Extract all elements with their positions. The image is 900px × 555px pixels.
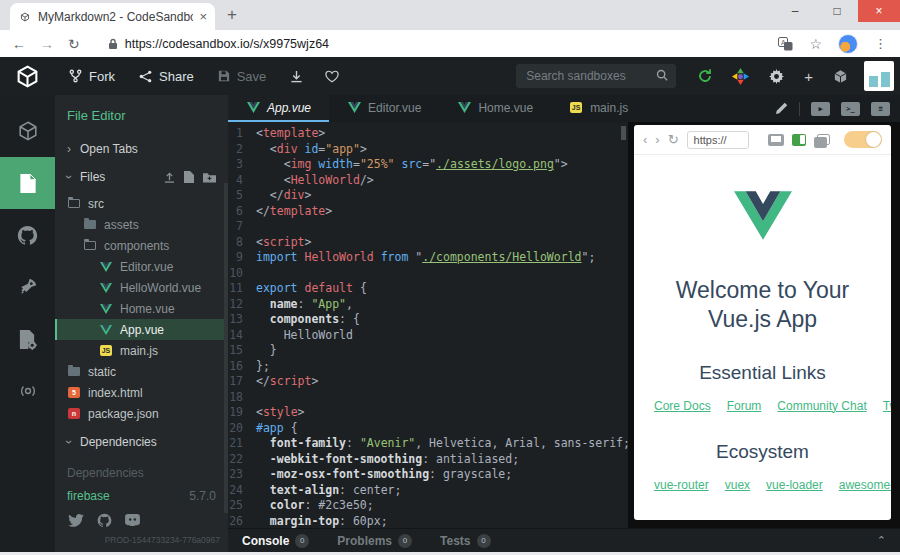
tree-item-components[interactable]: components xyxy=(55,235,228,256)
layers-icon[interactable] xyxy=(817,134,830,145)
editor-tab-Editor.vue[interactable]: Editor.vue xyxy=(329,95,439,122)
header-icons: + xyxy=(698,68,848,85)
twitter-icon[interactable] xyxy=(68,514,84,527)
bookmark-star-icon[interactable]: ☆ xyxy=(809,37,822,51)
preview-link-Twitter[interactable]: Twitter xyxy=(883,399,891,413)
github-link-icon[interactable] xyxy=(97,513,112,528)
browser-profile-avatar[interactable] xyxy=(838,34,858,54)
forward-icon[interactable]: → xyxy=(40,37,54,51)
address-field[interactable]: https://codesandbox.io/s/x9975wjz64 xyxy=(108,37,765,51)
refresh-sandbox-icon[interactable] xyxy=(698,69,712,83)
preview-link-vuex[interactable]: vuex xyxy=(725,478,750,492)
line-number: 4 xyxy=(228,173,256,189)
tab-close-icon[interactable]: × xyxy=(199,9,207,24)
tree-item-assets[interactable]: assets xyxy=(55,214,228,235)
line-number: 12 xyxy=(228,297,256,313)
files-section[interactable]: › Files xyxy=(55,163,228,191)
line-number: 3 xyxy=(228,157,256,173)
dependency-firebase[interactable]: firebase5.7.0 xyxy=(55,484,228,508)
tree-item-index.html[interactable]: 5index.html xyxy=(55,382,228,403)
discord-icon[interactable] xyxy=(125,514,140,527)
preview-forward-icon[interactable]: › xyxy=(655,132,659,147)
rail-project-info[interactable] xyxy=(0,105,55,157)
editor-scrollbar[interactable] xyxy=(621,126,626,140)
console-tab-Tests[interactable]: Tests0 xyxy=(440,534,490,548)
preview-link-vue-loader[interactable]: vue-loader xyxy=(766,478,823,492)
tree-item-src[interactable]: src xyxy=(55,193,228,214)
live-preview-toggle[interactable] xyxy=(844,131,882,148)
console-tab-Console[interactable]: Console0 xyxy=(242,534,309,548)
preview-url-field[interactable]: https:// xyxy=(687,131,749,149)
console-tab-Problems[interactable]: Problems0 xyxy=(337,534,412,548)
refresh-icon[interactable]: ↻ xyxy=(68,37,80,51)
sandbox-cube-icon[interactable] xyxy=(833,69,848,84)
rail-deployment[interactable] xyxy=(0,261,55,313)
new-tab-button[interactable]: + xyxy=(227,5,237,30)
upload-icon[interactable] xyxy=(164,172,175,183)
user-avatar[interactable] xyxy=(864,61,894,91)
preview-link-Community Chat[interactable]: Community Chat xyxy=(777,399,866,413)
open-tabs-section[interactable]: › Open Tabs xyxy=(55,135,228,163)
preview-refresh-icon[interactable]: ↻ xyxy=(668,132,679,147)
code-editor[interactable]: 1<template>2 <div id="app">3 <img width=… xyxy=(228,122,628,528)
vue-file-icon xyxy=(347,102,361,114)
chevron-right-icon: › xyxy=(67,143,71,155)
patron-badge-icon[interactable] xyxy=(732,68,749,85)
tree-item-main.js[interactable]: JSmain.js xyxy=(55,340,228,361)
preview-link-Core Docs[interactable]: Core Docs xyxy=(654,399,711,413)
codesandbox-logo[interactable] xyxy=(0,64,55,89)
tree-item-label: Home.vue xyxy=(120,302,175,316)
rail-github[interactable] xyxy=(0,209,55,261)
preview-link-vue-router[interactable]: vue-router xyxy=(654,478,709,492)
search-input[interactable] xyxy=(516,64,676,88)
save-button[interactable]: Save xyxy=(218,69,267,84)
prettify-pen-icon[interactable] xyxy=(775,102,788,115)
json-file-icon: n xyxy=(68,408,80,419)
tree-item-package.json[interactable]: npackage.json xyxy=(55,403,228,424)
settings-gear-icon[interactable] xyxy=(769,69,784,84)
browser-menu-icon[interactable]: ⋮ xyxy=(874,36,888,51)
browser-mode-icon[interactable] xyxy=(768,134,784,146)
console-view-icon[interactable]: >_ xyxy=(841,102,860,116)
translate-icon[interactable]: A xyxy=(778,37,793,51)
new-sandbox-icon[interactable]: + xyxy=(804,68,813,85)
editor-tab-App.vue[interactable]: App.vue xyxy=(228,95,329,122)
tree-item-HelloWorld.vue[interactable]: HelloWorld.vue xyxy=(55,277,228,298)
code-line: 22 -webkit-font-smoothing: antialiased; xyxy=(228,452,628,468)
back-icon[interactable]: ← xyxy=(12,37,26,51)
tree-item-Editor.vue[interactable]: Editor.vue xyxy=(55,256,228,277)
share-button[interactable]: Share xyxy=(139,69,194,84)
editor-view-icon[interactable]: ≡ xyxy=(871,102,890,116)
rail-configuration[interactable] xyxy=(0,313,55,365)
browser-view-icon[interactable]: ▶ xyxy=(811,102,830,116)
editor-tab-Home.vue[interactable]: Home.vue xyxy=(439,95,551,122)
search-icon xyxy=(656,69,668,81)
console-expand-chevron-icon[interactable]: ⌃ xyxy=(877,534,886,547)
preview-link-awesome-vue[interactable]: awesome-vue xyxy=(839,478,891,492)
preview-link-Forum[interactable]: Forum xyxy=(727,399,762,413)
tree-item-App.vue[interactable]: App.vue xyxy=(55,319,228,340)
rail-live[interactable] xyxy=(0,365,55,417)
browser-tab[interactable]: MyMarkdown2 - CodeSandbox × xyxy=(10,3,215,30)
download-button[interactable] xyxy=(290,70,303,83)
editor-tab-label: Home.vue xyxy=(478,101,533,115)
code-line: 7 xyxy=(228,219,628,235)
like-heart-button[interactable] xyxy=(325,70,339,83)
tree-item-Home.vue[interactable]: Home.vue xyxy=(55,298,228,319)
new-file-icon[interactable] xyxy=(184,171,194,183)
tree-item-static[interactable]: static xyxy=(55,361,228,382)
maximize-button[interactable]: □ xyxy=(816,0,858,22)
line-number: 1 xyxy=(228,126,256,142)
minimize-button[interactable]: – xyxy=(774,0,816,22)
dependencies-section[interactable]: › Dependencies xyxy=(55,428,228,456)
close-button[interactable]: × xyxy=(858,0,900,22)
fork-button[interactable]: Fork xyxy=(69,69,115,84)
editor-tab-main.js[interactable]: JSmain.js xyxy=(551,95,646,122)
preview-back-icon[interactable]: ‹ xyxy=(643,132,647,147)
chevron-down-icon: › xyxy=(63,440,75,444)
new-folder-icon[interactable] xyxy=(203,172,216,183)
html-file-icon: 5 xyxy=(68,387,80,398)
console-tab-label: Tests xyxy=(440,534,470,548)
rail-file-editor[interactable] xyxy=(0,157,55,209)
split-view-icon[interactable] xyxy=(792,134,806,146)
